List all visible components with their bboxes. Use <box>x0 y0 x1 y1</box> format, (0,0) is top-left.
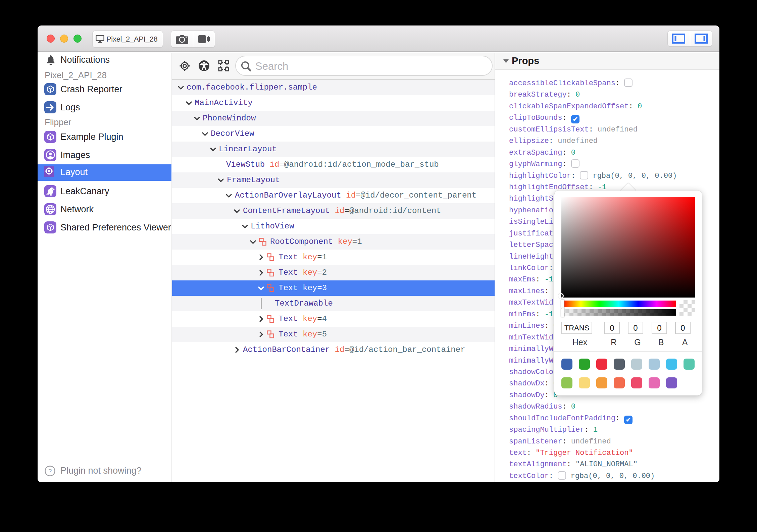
svg-text:?: ? <box>48 468 52 475</box>
